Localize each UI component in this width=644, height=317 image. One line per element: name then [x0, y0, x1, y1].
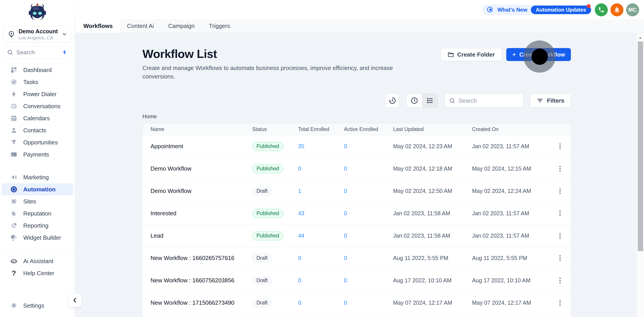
- scrollbar-thumb[interactable]: [638, 42, 643, 251]
- sidebar-item-tasks[interactable]: Tasks: [1, 76, 73, 88]
- account-switcher[interactable]: Demo Account Los Angeles, CA: [3, 26, 72, 42]
- row-actions-menu-button[interactable]: [557, 164, 563, 174]
- row-actions-menu-button[interactable]: [557, 231, 563, 241]
- total-enrolled-link[interactable]: 35: [298, 143, 344, 150]
- phone-button[interactable]: [595, 3, 608, 16]
- sidebar-item-conversations[interactable]: Conversations: [1, 100, 73, 112]
- active-enrolled-link[interactable]: 0: [344, 277, 393, 284]
- filters-button[interactable]: Filters: [530, 94, 571, 108]
- sidebar-item-settings[interactable]: Settings: [1, 300, 73, 312]
- history-button[interactable]: [385, 94, 400, 108]
- total-enrolled-link[interactable]: 0: [298, 277, 344, 284]
- whats-new-label[interactable]: What's New: [497, 7, 527, 13]
- table-row[interactable]: New Workflow : 1660265757616 Draft 0 0 A…: [143, 247, 571, 269]
- workflow-name[interactable]: Appointment: [150, 143, 252, 150]
- sidebar-item-widget-builder[interactable]: Widget Builder: [1, 232, 73, 244]
- tab-workflows[interactable]: Workflows: [76, 19, 120, 33]
- sidebar-search-input[interactable]: Search: [3, 46, 72, 58]
- top-header: What's New Automation Updates MC: [75, 0, 644, 19]
- sidebar-item-dashboard[interactable]: Dashboard: [1, 64, 73, 76]
- user-avatar[interactable]: MC: [626, 3, 639, 16]
- list-view-icon: [426, 97, 434, 104]
- sidebar-item-power-dialer[interactable]: Power Dialer: [1, 88, 73, 100]
- table-row[interactable]: Demo Workflow Published 0 0 May 02 2024,…: [143, 158, 571, 180]
- tab-content-ai[interactable]: Content Ai: [120, 19, 161, 33]
- created-on-value: Jan 02 2023, 11:57 AM: [472, 143, 545, 150]
- tab-triggers[interactable]: Triggers: [202, 19, 237, 33]
- account-name: Demo Account: [18, 28, 58, 35]
- sidebar-collapse-button[interactable]: [68, 293, 82, 307]
- sidebar-item-marketing[interactable]: Marketing: [1, 171, 73, 183]
- table-row[interactable]: Demo Workflow Draft 1 0 May 02 2024, 12:…: [143, 180, 571, 202]
- create-folder-button[interactable]: Create Folder: [440, 48, 502, 61]
- total-enrolled-link[interactable]: 43: [298, 210, 344, 216]
- view-toggle-recent[interactable]: [406, 94, 422, 107]
- last-updated-value: Jan 02 2023, 11:58 AM: [393, 210, 472, 216]
- workflow-name[interactable]: Demo Workflow: [150, 188, 252, 194]
- active-enrolled-link[interactable]: 0: [344, 300, 393, 306]
- active-enrolled-link[interactable]: 0: [344, 232, 393, 239]
- workflow-name[interactable]: New Workflow : 1660756203856: [150, 277, 252, 284]
- status-cell: Published: [252, 164, 298, 173]
- sidebar-item-opportunities[interactable]: Opportunities: [1, 136, 73, 148]
- created-on-value: Jan 02 2023, 11:57 AM: [472, 210, 545, 216]
- active-enrolled-link[interactable]: 0: [344, 143, 393, 150]
- workflow-search-input[interactable]: Search: [445, 94, 524, 108]
- table-row[interactable]: Appointment Published 35 0 May 02 2024, …: [143, 135, 571, 158]
- status-badge: Draft: [252, 298, 272, 308]
- sidebar-item-sites[interactable]: Sites: [1, 196, 73, 208]
- tab-campaign[interactable]: Campaign: [161, 19, 202, 33]
- workflow-name[interactable]: Demo Workflow: [150, 165, 252, 172]
- table-row[interactable]: New Workflow : 1660756203856 Draft 0 0 A…: [143, 269, 571, 292]
- sidebar-item-reputation[interactable]: Reputation: [1, 208, 73, 220]
- total-enrolled-link[interactable]: 0: [298, 300, 344, 306]
- total-enrolled-link[interactable]: 0: [298, 166, 344, 172]
- active-enrolled-link[interactable]: 0: [344, 166, 393, 172]
- notification-dot: [587, 4, 590, 8]
- create-workflow-button[interactable]: + Create Workflow: [506, 48, 571, 61]
- row-actions-menu-button[interactable]: [557, 186, 563, 196]
- active-enrolled-link[interactable]: 0: [344, 210, 393, 216]
- sidebar-item-payments[interactable]: Payments: [1, 148, 73, 160]
- sidebar-nav-primary: Dashboard Tasks Power Dialer Conversatio…: [0, 64, 75, 279]
- widget-builder-icon: [10, 234, 18, 241]
- sidebar-search-placeholder: Search: [16, 49, 58, 56]
- total-enrolled-link[interactable]: 1: [298, 188, 344, 194]
- workflow-name[interactable]: New Workflow : 1715066273490: [150, 299, 252, 306]
- breadcrumb[interactable]: Home: [142, 113, 644, 120]
- active-enrolled-link[interactable]: 0: [344, 188, 393, 194]
- tab-label: Campaign: [168, 22, 195, 30]
- table-row[interactable]: Lead Published 44 0 Jan 02 2023, 11:58 A…: [143, 224, 571, 247]
- sidebar-item-contacts[interactable]: Contacts: [1, 124, 73, 136]
- total-enrolled-link[interactable]: 0: [298, 255, 344, 261]
- sidebar-item-label: Reporting: [23, 222, 48, 229]
- row-actions-menu-button[interactable]: [557, 141, 563, 151]
- total-enrolled-link[interactable]: 44: [298, 232, 344, 239]
- workflow-name[interactable]: Interested: [150, 210, 252, 217]
- scrollbar-up-arrow[interactable]: ▲: [636, 33, 644, 41]
- sidebar-item-ai-assistant[interactable]: Ai Assistant: [1, 255, 73, 267]
- row-actions-menu-button[interactable]: [557, 253, 563, 263]
- sidebar-item-help-center[interactable]: ? Help Center: [1, 267, 73, 279]
- notifications-button[interactable]: [610, 3, 624, 16]
- status-badge: Draft: [252, 187, 272, 196]
- created-on-value: Aug 17 2022, 10:10 AM: [472, 277, 545, 284]
- table-row[interactable]: New Workflow : 1715066273490 Draft 0 0 M…: [143, 292, 571, 314]
- workflow-name[interactable]: Lead: [150, 232, 252, 239]
- view-toggle-list[interactable]: [422, 94, 438, 107]
- workflow-name[interactable]: New Workflow : 1660265757616: [150, 255, 252, 262]
- sidebar-item-label: Conversations: [23, 103, 60, 110]
- row-actions-menu-button[interactable]: [557, 276, 563, 286]
- sidebar-item-label: Dashboard: [23, 66, 52, 74]
- sidebar-item-reporting[interactable]: Reporting: [1, 220, 73, 232]
- automation-updates-button[interactable]: Automation Updates: [531, 6, 591, 14]
- vertical-scrollbar[interactable]: ▲: [636, 33, 644, 317]
- row-actions-menu-button[interactable]: [557, 208, 563, 218]
- active-enrolled-link[interactable]: 0: [344, 255, 393, 261]
- sites-icon: [10, 198, 18, 205]
- row-actions-menu-button[interactable]: [557, 298, 563, 308]
- table-row[interactable]: New Workflow : 1715194519317 Draft 0 0 M…: [143, 314, 571, 317]
- sidebar-item-calendars[interactable]: Calendars: [1, 112, 73, 124]
- table-row[interactable]: Interested Published 43 0 Jan 02 2023, 1…: [143, 202, 571, 224]
- sidebar-item-automation[interactable]: Automation: [1, 183, 73, 196]
